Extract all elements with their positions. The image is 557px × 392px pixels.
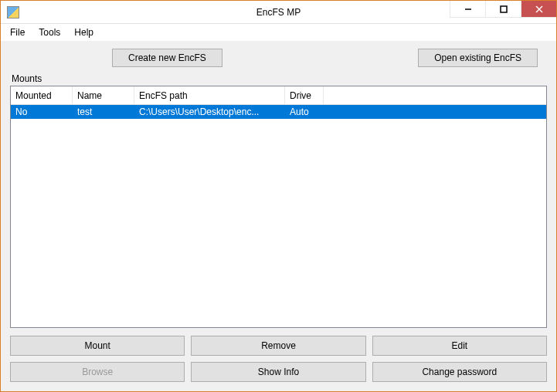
- close-button[interactable]: [521, 1, 556, 18]
- remove-button[interactable]: Remove: [191, 336, 365, 356]
- cell-mounted: No: [11, 106, 73, 117]
- titlebar: EncFS MP: [1, 1, 556, 24]
- close-icon: [535, 5, 543, 13]
- mounts-label: Mounts: [10, 73, 547, 84]
- menu-file[interactable]: File: [4, 25, 31, 39]
- open-existing-encfs-button[interactable]: Open existing EncFS: [418, 49, 538, 67]
- menubar: File Tools Help: [1, 24, 556, 41]
- edit-button[interactable]: Edit: [372, 336, 547, 356]
- create-new-encfs-button[interactable]: Create new EncFS: [112, 49, 222, 67]
- listview-body: No test C:\Users\User\Desktop\enc... Aut…: [11, 105, 546, 327]
- mounts-listview[interactable]: Mounted Name EncFS path Drive No test C:…: [10, 86, 547, 328]
- column-header-mounted[interactable]: Mounted: [11, 86, 73, 104]
- mount-button[interactable]: Mount: [10, 336, 185, 356]
- listview-header: Mounted Name EncFS path Drive: [11, 86, 546, 105]
- show-info-button[interactable]: Show Info: [191, 362, 365, 382]
- cell-drive: Auto: [285, 106, 324, 117]
- maximize-icon: [500, 5, 508, 13]
- top-button-row: Create new EncFS Open existing EncFS: [10, 49, 547, 67]
- menu-help[interactable]: Help: [68, 25, 100, 39]
- change-password-button[interactable]: Change password: [372, 362, 547, 382]
- svg-rect-1: [501, 6, 507, 12]
- app-icon: [7, 6, 19, 19]
- column-header-spacer: [324, 86, 546, 104]
- menu-tools[interactable]: Tools: [32, 25, 66, 39]
- client-area: Create new EncFS Open existing EncFS Mou…: [1, 41, 556, 391]
- window-controls: [450, 1, 556, 18]
- browse-button: Browse: [10, 362, 185, 382]
- minimize-button[interactable]: [450, 1, 485, 18]
- window-title: EncFS MP: [256, 7, 301, 18]
- minimize-icon: [464, 5, 472, 13]
- bottom-button-grid: Mount Remove Edit Browse Show Info Chang…: [10, 336, 547, 382]
- cell-path: C:\Users\User\Desktop\enc...: [134, 106, 285, 117]
- table-row[interactable]: No test C:\Users\User\Desktop\enc... Aut…: [11, 105, 546, 119]
- column-header-name[interactable]: Name: [73, 86, 134, 104]
- cell-name: test: [73, 106, 134, 117]
- column-header-path[interactable]: EncFS path: [134, 86, 285, 104]
- maximize-button[interactable]: [485, 1, 521, 18]
- column-header-drive[interactable]: Drive: [285, 86, 324, 104]
